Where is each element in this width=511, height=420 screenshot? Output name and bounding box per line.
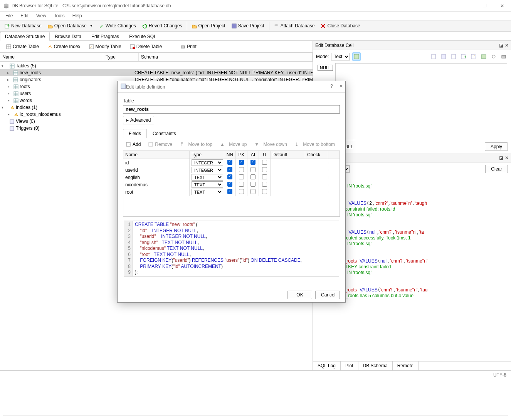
icon-1[interactable] [429,52,438,61]
print-button[interactable]: Print [177,43,200,50]
col-u[interactable]: U [259,151,271,159]
maximize-button[interactable]: ☐ [476,0,493,12]
menu-tools[interactable]: Tools [50,12,69,19]
col-schema[interactable]: Schema [139,53,313,61]
opendb-icon [48,23,53,28]
type-select[interactable]: TEXT [192,174,223,181]
delete-table-button[interactable]: Delete Table [127,43,165,50]
icon-4[interactable]: + [459,52,468,61]
closedb-icon [321,23,326,28]
svg-point-6 [274,24,278,26]
tab-fields[interactable]: Fields [123,129,147,138]
col-check[interactable]: Check [305,151,328,159]
field-row-english[interactable]: english TEXT [123,174,340,181]
move-up-button[interactable]: ▲ Move up [217,141,250,148]
panel-close-icon[interactable]: ✕ [505,43,509,48]
image-preview-icon[interactable] [352,52,361,61]
type-select[interactable]: TEXT [192,181,223,188]
col-type[interactable]: Type [190,151,224,159]
minimize-button[interactable]: ─ [458,0,476,12]
menu-view[interactable]: View [32,12,50,19]
new-database-button[interactable]: +New Database [2,22,45,30]
add-field-button[interactable]: +Add [123,141,144,148]
tab-database-structure[interactable]: Database Structure [0,32,50,41]
advanced-toggle[interactable]: ▶Advanced [123,116,154,124]
col-ai[interactable]: AI [247,151,259,159]
tab-remote[interactable]: Remote [393,361,419,370]
save-project-button[interactable]: Save Project [229,22,267,30]
field-row-id[interactable]: id INTEGER [123,159,340,166]
svg-rect-14 [13,78,18,82]
svg-point-28 [492,55,495,58]
undock-icon[interactable]: ◪ [499,43,503,48]
open-database-button[interactable]: Open Database▼ [45,22,96,30]
svg-rect-13 [13,71,18,75]
col-default[interactable]: Default [271,151,305,159]
svg-point-10 [133,47,135,49]
horizontal-scrollbar[interactable] [3,415,508,418]
tab-plot[interactable]: Plot [341,361,358,370]
clear-log-button[interactable]: Clear [485,165,508,173]
menu-file[interactable]: File [2,12,17,19]
field-row-userid[interactable]: userid INTEGER [123,166,340,174]
move-bottom-button[interactable]: ⤓ Move to bottom [292,141,338,148]
icon-7[interactable] [489,52,498,61]
svg-text:+: + [7,23,10,28]
add-icon: + [126,142,131,147]
tab-sql-log[interactable]: SQL Log [313,361,341,370]
attach-database-button[interactable]: Attach Database [271,22,318,30]
col-type[interactable]: Type [103,53,139,61]
create-index-button[interactable]: Create Index [44,43,84,50]
mode-label: Mode: [316,54,329,59]
mode-select[interactable]: Text [331,53,350,60]
cell-editor[interactable] [335,63,507,140]
close-button[interactable]: ✕ [493,0,511,12]
svg-rect-19 [10,127,14,131]
menu-help[interactable]: Help [69,12,86,19]
icon-5[interactable] [469,52,478,61]
tab-edit-pragmas[interactable]: Edit Pragmas [86,32,124,40]
type-select[interactable]: TEXT [192,189,223,195]
create-table-button[interactable]: Create Table [3,43,42,50]
col-nn[interactable]: NN [224,151,236,159]
close-database-button[interactable]: Close Database [318,22,363,30]
undock-icon[interactable]: ◪ [499,155,503,161]
tab-db-schema[interactable]: DB Schema [358,361,393,370]
col-name[interactable]: Name [123,151,190,159]
col-name[interactable]: Name [0,53,103,61]
icon-8[interactable] [499,52,508,61]
help-button[interactable]: ? [330,84,333,89]
ok-button[interactable]: OK [287,291,312,299]
open-project-button[interactable]: Open Project [189,22,229,30]
move-top-button[interactable]: ⤒ Move to top [177,141,215,148]
col-pk[interactable]: PK [236,151,247,159]
sql-preview[interactable]: 123456789 CREATE TABLE "new_roots" ( "id… [124,221,339,277]
tab-constraints[interactable]: Constraints [147,129,182,138]
type-select[interactable]: INTEGER [192,167,223,173]
panel-close-icon[interactable]: ✕ [505,155,509,161]
dialog-close-button[interactable]: ✕ [339,84,343,89]
icon-2[interactable] [439,52,448,61]
field-row-root[interactable]: root TEXT [123,188,340,196]
write-changes-button[interactable]: Write Changes [96,22,139,30]
field-row-nicodemus[interactable]: nicodemus TEXT [123,181,340,188]
modify-table-button[interactable]: Modify Table [86,43,124,50]
cancel-button[interactable]: Cancel [315,291,340,299]
type-select[interactable]: INTEGER [192,159,223,166]
svg-rect-27 [481,55,486,59]
icon-6[interactable] [479,52,488,61]
table-name-input[interactable] [123,105,340,114]
move-down-button[interactable]: ▼ Move down [251,141,290,148]
svg-rect-23 [452,54,456,59]
tab-execute-sql[interactable]: Execute SQL [124,32,161,40]
menu-edit[interactable]: Edit [17,12,32,19]
tree-table-new_roots[interactable]: ▸new_rootsCREATE TABLE "new_roots" ( "id… [0,69,313,76]
main-toolbar: +New Database Open Database▼ Write Chang… [0,20,511,32]
svg-rect-11 [181,46,185,48]
apply-button[interactable]: Apply [485,142,508,151]
tab-browse-data[interactable]: Browse Data [50,32,86,40]
remove-field-button[interactable]: Remove [145,141,175,148]
tree-tables[interactable]: ▾Tables (5) [0,62,313,69]
icon-3[interactable] [449,52,458,61]
revert-changes-button[interactable]: Revert Changes [139,22,185,30]
